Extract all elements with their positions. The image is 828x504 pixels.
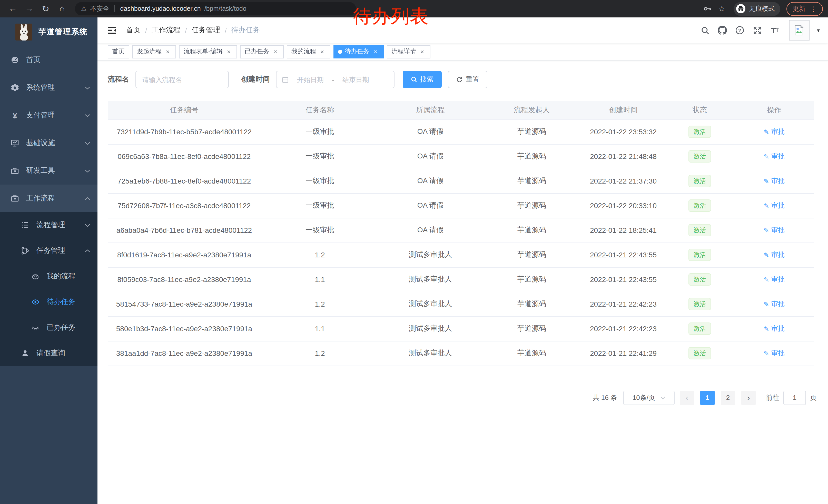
approve-button[interactable]: ✎审批 (763, 201, 785, 210)
sidebar-item-devtools[interactable]: 研发工具 (0, 157, 97, 185)
sidebar-item-process-management[interactable]: 流程管理 (0, 212, 97, 238)
edit-icon: ✎ (763, 226, 769, 234)
breadcrumb-item[interactable]: 首页 (126, 26, 140, 35)
browser-menu-icon[interactable]: ⋮ (810, 5, 817, 12)
approve-button[interactable]: ✎审批 (763, 300, 785, 309)
close-icon[interactable]: × (164, 48, 171, 55)
security-warning-icon: ⚠ (81, 5, 87, 12)
browser-forward-icon[interactable]: → (22, 2, 37, 16)
approve-button[interactable]: ✎审批 (763, 152, 785, 161)
table-header-row: 任务编号 任务名称 所属流程 流程发起人 创建时间 状态 操作 (108, 101, 814, 120)
browser-update-button[interactable]: 更新 ⋮ (786, 2, 823, 16)
status-badge: 激活 (689, 199, 711, 212)
tab-todo-tasks[interactable]: 待办任务× (333, 45, 384, 58)
start-date-input[interactable] (292, 75, 329, 84)
cell-task-name: 一级审批 (261, 144, 379, 169)
help-icon[interactable]: ? (734, 24, 746, 36)
cell-task-id: 8f0d1619-7ac8-11ec-a9e2-a2380e71991a (108, 242, 261, 267)
browser-home-icon[interactable]: ⌂ (54, 2, 70, 16)
search-icon (411, 77, 417, 83)
cell-starter: 芋道源码 (482, 169, 582, 193)
sidebar-item-leave-query[interactable]: 请假查询 (0, 340, 97, 366)
cell-created: 2022-01-21 22:42:23 (582, 316, 665, 341)
tab-start-process[interactable]: 发起流程× (132, 45, 176, 58)
search-icon[interactable] (699, 24, 711, 36)
page-button-1[interactable]: 1 (700, 391, 715, 405)
reset-button-label: 重置 (466, 75, 479, 84)
tab-home[interactable]: 首页 (108, 45, 129, 58)
caret-down-icon[interactable]: ▾ (817, 27, 820, 34)
approve-button[interactable]: ✎审批 (763, 226, 785, 235)
close-icon[interactable]: × (319, 48, 326, 55)
list-tree-icon (21, 221, 29, 229)
app-logo-row[interactable]: 芋道管理系统 (0, 17, 97, 46)
sidebar-item-system[interactable]: 系统管理 (0, 74, 97, 101)
sidebar-item-label: 首页 (26, 55, 41, 64)
yen-icon: ¥ (11, 111, 19, 120)
github-icon[interactable] (716, 24, 729, 36)
sidebar-item-my-process[interactable]: 我的流程 (0, 264, 97, 289)
tab-form-edit[interactable]: 流程表单-编辑× (179, 45, 237, 58)
process-name-input[interactable] (135, 71, 229, 88)
sidebar-item-payment[interactable]: ¥ 支付管理 (0, 101, 97, 129)
chevron-up-icon (85, 249, 90, 253)
bookmark-star-icon[interactable]: ☆ (715, 2, 729, 15)
tab-label: 发起流程 (137, 47, 162, 56)
address-bar[interactable]: ⚠ 不安全 dashboard.yudao.iocoder.cn/bpm/tas… (75, 2, 356, 15)
sidebar: 芋道管理系统 首页 系统管理 ¥ 支付 (0, 17, 97, 504)
fullscreen-icon[interactable] (751, 24, 763, 36)
avatar[interactable] (789, 20, 810, 41)
sidebar-item-task-management[interactable]: 任务管理 (0, 238, 97, 264)
font-size-icon[interactable]: TT (769, 24, 781, 36)
sidebar-item-done-tasks[interactable]: 已办任务 (0, 315, 97, 340)
approve-button[interactable]: ✎审批 (763, 349, 785, 358)
cell-task-id: 069c6a63-7b8a-11ec-8ef0-acde48001122 (108, 144, 261, 169)
search-button-label: 搜索 (420, 75, 433, 84)
breadcrumb-item[interactable]: 任务管理 (192, 26, 220, 35)
close-icon[interactable]: × (272, 48, 279, 55)
sidebar-item-label: 我的流程 (47, 272, 75, 281)
approve-button[interactable]: ✎审批 (763, 275, 785, 284)
sidebar-item-infrastructure[interactable]: 基础设施 (0, 129, 97, 157)
approve-button[interactable]: ✎审批 (763, 127, 785, 136)
date-range-picker[interactable]: - (276, 71, 395, 88)
sidebar-collapse-icon[interactable] (108, 25, 118, 35)
sidebar-item-home[interactable]: 首页 (0, 46, 97, 74)
cell-process: OA 请假 (379, 193, 482, 218)
close-icon[interactable]: × (225, 48, 233, 55)
sidebar-item-workflow[interactable]: 工作流程 (0, 185, 97, 212)
cell-task-name: 1.1 (261, 267, 379, 292)
tab-process-detail[interactable]: 流程详情× (387, 45, 430, 58)
approve-button[interactable]: ✎审批 (763, 250, 785, 260)
col-status: 状态 (665, 101, 735, 120)
next-page-button[interactable]: › (741, 391, 756, 405)
page-button-2[interactable]: 2 (721, 391, 735, 405)
breadcrumb-item[interactable]: 工作流程 (152, 26, 180, 35)
refresh-icon (456, 76, 463, 83)
search-button[interactable]: 搜索 (403, 71, 442, 88)
close-icon[interactable]: × (419, 48, 426, 55)
goto-page-input[interactable] (783, 391, 806, 405)
approve-button[interactable]: ✎审批 (763, 176, 785, 186)
approve-button[interactable]: ✎审批 (763, 324, 785, 333)
tab-done-tasks[interactable]: 已办任务× (240, 45, 284, 58)
table-row: 725a1eb6-7b88-11ec-8ef0-acde48001122一级审批… (108, 169, 814, 193)
cell-created: 2022-01-21 22:42:23 (582, 292, 665, 316)
prev-page-button[interactable]: ‹ (680, 391, 694, 405)
cell-created: 2022-01-22 23:53:32 (582, 120, 665, 144)
url-path: /bpm/task/todo (204, 5, 247, 12)
page-size-select[interactable]: 10条/页 (623, 391, 675, 405)
cell-task-id: 73211d9d-7b9b-11ec-b5b7-acde48001122 (108, 120, 261, 144)
col-process: 所属流程 (379, 101, 482, 120)
reset-button[interactable]: 重置 (448, 71, 487, 88)
end-date-input[interactable] (337, 75, 374, 84)
app-title: 芋道管理系统 (38, 27, 88, 37)
close-icon[interactable]: × (372, 48, 379, 55)
browser-reload-icon[interactable]: ↻ (38, 2, 53, 16)
password-key-icon[interactable] (701, 2, 714, 15)
task-table: 任务编号 任务名称 所属流程 流程发起人 创建时间 状态 操作 73211d9d… (108, 101, 814, 366)
tab-my-process[interactable]: 我的流程× (287, 45, 330, 58)
browser-back-icon[interactable]: ← (5, 2, 20, 16)
sidebar-item-todo-tasks[interactable]: 待办任务 (0, 289, 97, 315)
robot-icon (31, 272, 40, 280)
